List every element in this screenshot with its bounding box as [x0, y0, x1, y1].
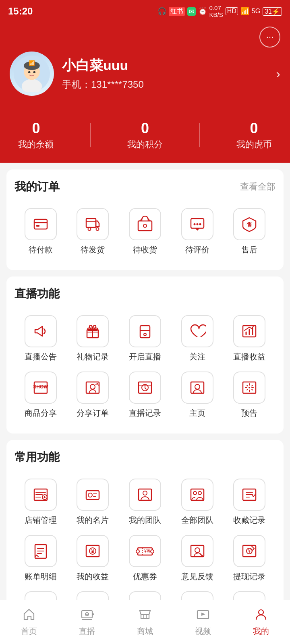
live-income[interactable]: 直播收益	[223, 311, 276, 367]
svg-rect-8	[36, 225, 39, 227]
order-label-review: 待评价	[185, 244, 209, 255]
orders-grid: 待付款 待发货	[14, 204, 276, 260]
common-label-bill: 账单明细	[25, 571, 57, 582]
live-follow[interactable]: 关注	[171, 311, 224, 367]
nav-shop[interactable]: 商城	[137, 607, 153, 637]
order-pending-pay[interactable]: 待付款	[14, 204, 67, 260]
order-pending-receive[interactable]: 待收货	[119, 204, 171, 260]
live-start[interactable]: 开启直播	[119, 311, 171, 367]
common-label-store: 店铺管理	[25, 515, 57, 525]
svg-rect-74	[82, 611, 92, 618]
order-aftersale[interactable]: 售 售后	[223, 204, 276, 260]
svg-point-6	[33, 71, 35, 73]
message-button[interactable]: ···	[259, 27, 280, 47]
common-label-my-team: 我的团队	[129, 515, 161, 525]
profile-nav-icon	[254, 607, 268, 624]
svg-text:📶: 📶	[29, 60, 35, 66]
common-withdraw[interactable]: ¥ 提现记录	[223, 531, 276, 587]
svg-point-77	[259, 610, 263, 615]
svg-rect-7	[34, 219, 47, 229]
orders-header: 我的订单 查看全部	[14, 179, 276, 194]
common-income[interactable]: ¥ 我的收益	[67, 531, 119, 587]
order-label-aftersale: 售后	[241, 244, 257, 255]
time: 15:20	[8, 6, 33, 17]
live-label-gift: 礼物记录	[77, 351, 109, 362]
orders-view-all[interactable]: 查看全部	[240, 181, 276, 193]
svg-point-28	[90, 384, 95, 389]
svg-point-18	[199, 223, 201, 225]
live-label-homepage: 主页	[189, 408, 205, 418]
signal-4g: 📶	[240, 7, 249, 16]
live-nav-icon	[80, 607, 94, 624]
points-value: 0	[141, 120, 149, 137]
coins-value: 0	[250, 120, 258, 137]
stat-points[interactable]: 0 我的积分	[127, 120, 163, 151]
nav-home[interactable]: 首页	[21, 607, 37, 637]
live-homepage[interactable]: 主页	[171, 367, 224, 424]
svg-text:售: 售	[246, 221, 252, 228]
app-icon-red: 红书	[169, 7, 185, 16]
svg-point-34	[249, 387, 250, 388]
common-store[interactable]: 店铺管理	[14, 475, 67, 531]
hd-badge: HD	[226, 7, 238, 15]
svg-point-50	[136, 550, 139, 553]
live-record[interactable]: 直播记录	[119, 367, 171, 424]
bottom-nav: 首页 直播 商城	[0, 600, 290, 644]
common-label-card: 我的名片	[77, 515, 109, 525]
common-coupon[interactable]: ¥券 优惠券	[119, 531, 171, 587]
coins-label: 我的虎币	[236, 138, 272, 151]
stats-row: 0 我的余额 0 我的积分 0 我的虎币	[0, 112, 290, 163]
svg-text:¥: ¥	[248, 549, 251, 553]
svg-text:¥: ¥	[91, 548, 95, 554]
common-my-team[interactable]: 我的团队	[119, 475, 171, 531]
common-label-income: 我的收益	[77, 571, 109, 582]
svg-rect-31	[191, 382, 204, 393]
svg-point-55	[201, 555, 203, 557]
common-bill[interactable]: 账单明细	[14, 531, 67, 587]
nav-profile[interactable]: 我的	[253, 607, 269, 637]
svg-rect-13	[138, 221, 152, 231]
stat-coins[interactable]: 0 我的虎币	[236, 120, 272, 151]
order-pending-review[interactable]: 待评价	[171, 204, 224, 260]
nav-video-label: 视频	[195, 626, 211, 637]
balance-label: 我的余额	[18, 138, 54, 151]
profile-row[interactable]: 📶 小白菜uuu 手机：131****7350 ›	[10, 52, 280, 96]
video-icon	[196, 607, 210, 624]
live-card: 直播功能 直播公告	[6, 277, 284, 433]
live-announce[interactable]: 直播公告	[14, 311, 67, 367]
order-label-ship: 待发货	[81, 244, 105, 255]
svg-point-14	[143, 224, 147, 227]
live-label-share-order: 分享订单	[77, 408, 109, 418]
svg-point-11	[88, 228, 91, 231]
username: 小白菜uuu	[62, 56, 268, 75]
common-all-team[interactable]: 全部团队	[171, 475, 224, 531]
nav-live-label: 直播	[79, 626, 95, 637]
live-preview[interactable]: 预告	[223, 367, 276, 424]
profile-arrow-icon[interactable]: ›	[276, 66, 280, 81]
live-product-share[interactable]: SHOW 商品分享	[14, 367, 67, 424]
order-pending-ship[interactable]: 待发货	[67, 204, 119, 260]
shop-icon	[138, 607, 152, 624]
avatar: 📶	[10, 52, 54, 96]
nav-video[interactable]: 视频	[195, 607, 211, 637]
stat-balance[interactable]: 0 我的余额	[18, 120, 54, 151]
common-card-item[interactable]: 我的名片	[67, 475, 119, 531]
common-favorite[interactable]: 收藏记录	[223, 475, 276, 531]
live-label-income: 直播收益	[233, 351, 265, 362]
live-gift[interactable]: 礼物记录	[67, 311, 119, 367]
header-section: ···	[0, 23, 290, 163]
common-label-all-team: 全部团队	[181, 515, 213, 525]
live-share-order[interactable]: 分享订单	[67, 367, 119, 424]
nav-shop-label: 商城	[137, 626, 153, 637]
svg-point-5	[28, 71, 30, 73]
svg-point-42	[193, 491, 197, 495]
headphone-icon: 🎧	[157, 7, 166, 16]
common-label-withdraw: 提现记录	[233, 571, 265, 582]
orders-title: 我的订单	[14, 179, 60, 194]
nav-live[interactable]: 直播	[79, 607, 95, 637]
svg-point-17	[196, 223, 198, 225]
phone: 手机：131****7350	[62, 78, 268, 91]
common-feedback[interactable]: 意见反馈	[171, 531, 224, 587]
live-grid: 直播公告 礼物记录	[14, 311, 276, 424]
signal-5g: 5G	[252, 8, 260, 15]
